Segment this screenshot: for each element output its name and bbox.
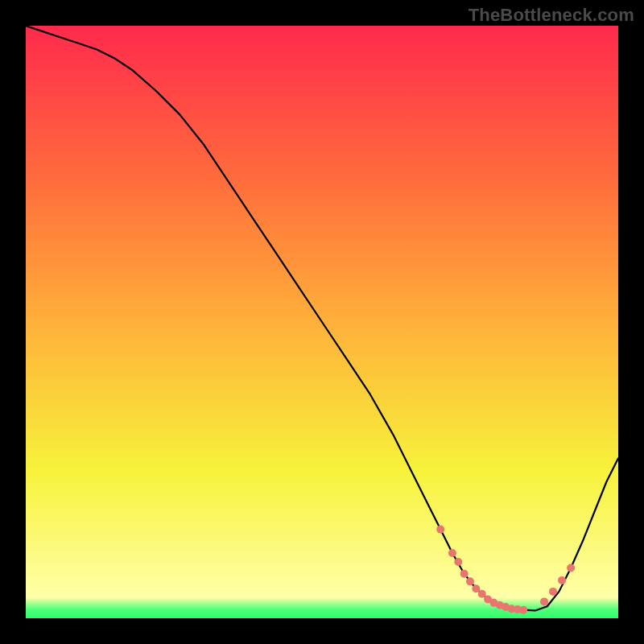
marker-dot bbox=[460, 570, 469, 578]
marker-dot bbox=[466, 577, 474, 585]
marker-dot bbox=[436, 526, 444, 534]
plot-area bbox=[26, 26, 618, 618]
marker-dot bbox=[549, 588, 557, 596]
marker-dot bbox=[454, 558, 462, 566]
marker-dot bbox=[558, 576, 566, 584]
marker-dot bbox=[519, 606, 527, 614]
chart-svg bbox=[26, 26, 618, 618]
chart-frame: TheBottleneck.com bbox=[0, 0, 644, 644]
watermark-text: TheBottleneck.com bbox=[469, 5, 634, 26]
marker-dot bbox=[567, 564, 575, 572]
marker-dot bbox=[448, 549, 456, 557]
marker-dot bbox=[540, 597, 548, 605]
